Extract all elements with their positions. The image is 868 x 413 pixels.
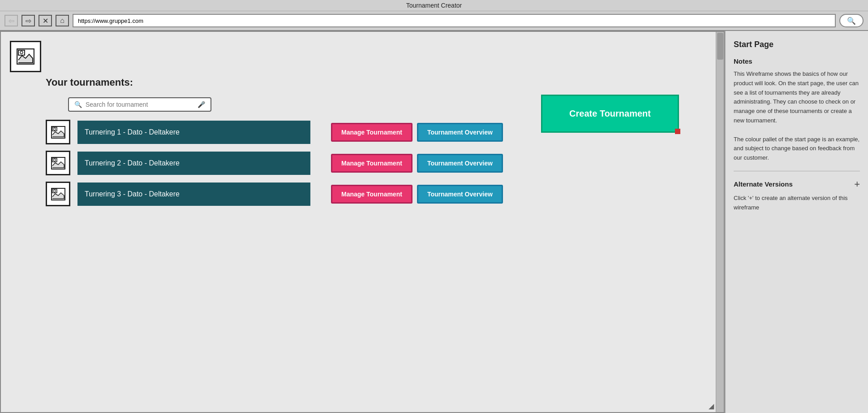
scrollbar-thumb[interactable] — [717, 33, 723, 60]
tournament-name-bar: Turnering 3 - Dato - Deltakere — [77, 183, 310, 206]
thumbnail-image-icon — [51, 126, 65, 139]
tournament-name-bar: Turnering 2 - Dato - Deltakere — [77, 152, 310, 175]
manage-tournament-button[interactable]: Manage Tournament — [331, 154, 413, 173]
notes-label: Notes — [734, 57, 860, 65]
search-icon: 🔍 — [74, 101, 82, 108]
thumbnail-image-icon — [51, 188, 65, 200]
add-version-button[interactable]: + — [854, 179, 860, 189]
overview-label: Tournament Overview — [427, 160, 493, 167]
tournament-overview-button[interactable]: Tournament Overview — [417, 154, 503, 173]
manage-label: Manage Tournament — [341, 160, 402, 167]
logo-image-icon — [17, 48, 34, 65]
tournament-list: Turnering 1 - Dato - Deltakere Manage To… — [46, 120, 688, 206]
resize-corner: ◢ — [709, 402, 714, 410]
tournament-thumbnail — [46, 120, 70, 144]
manage-label: Manage Tournament — [341, 191, 402, 198]
manage-tournament-button[interactable]: Manage Tournament — [331, 185, 413, 204]
alt-versions-text: Click '+' to create an alternate version… — [734, 194, 860, 213]
thumbnail-image-icon — [51, 157, 65, 170]
home-button[interactable]: ⌂ — [56, 15, 69, 26]
tournament-name: Turnering 3 - Dato - Deltakere — [85, 190, 180, 198]
overview-label: Tournament Overview — [427, 129, 493, 136]
logo-box — [10, 41, 41, 72]
table-row: Turnering 1 - Dato - Deltakere Manage To… — [46, 120, 688, 144]
title-bar: Tournament Creator — [0, 0, 868, 11]
sidebar-title: Start Page — [734, 40, 860, 49]
browser-bar: ⇦ ⇨ ✕ ⌂ 🔍 — [0, 11, 868, 31]
section-title: Your tournaments: — [46, 77, 688, 88]
alt-versions-header: Alternate Versions + — [734, 179, 860, 189]
browser-search-button[interactable]: 🔍 — [839, 14, 864, 27]
tournament-overview-button[interactable]: Tournament Overview — [417, 185, 503, 204]
forward-button[interactable]: ⇨ — [21, 15, 35, 26]
tournament-name: Turnering 2 - Dato - Deltakere — [85, 159, 180, 167]
table-row: Turnering 2 - Dato - Deltakere Manage To… — [46, 151, 688, 175]
notes-text: This Wireframe shows the basics of how o… — [734, 70, 860, 163]
tournament-actions: Manage Tournament Tournament Overview — [331, 185, 503, 204]
tournament-thumbnail — [46, 182, 70, 206]
app-title: Tournament Creator — [406, 2, 462, 9]
magnifier-icon: 🔍 — [847, 17, 856, 25]
manage-tournament-button[interactable]: Manage Tournament — [331, 123, 413, 142]
sidebar: Start Page Notes This Wireframe shows th… — [725, 31, 868, 413]
tournament-overview-button[interactable]: Tournament Overview — [417, 123, 503, 142]
scrollbar[interactable] — [716, 32, 724, 412]
content-area: Create Tournament Your tournaments: 🔍 🎤 — [0, 31, 725, 413]
manage-label: Manage Tournament — [341, 129, 402, 136]
tournaments-section: Your tournaments: 🔍 🎤 — [46, 77, 688, 206]
microphone-icon: 🎤 — [198, 101, 205, 108]
alt-versions-label: Alternate Versions — [734, 180, 793, 188]
tournament-name-bar: Turnering 1 - Dato - Deltakere — [77, 121, 310, 144]
tournament-actions: Manage Tournament Tournament Overview — [331, 154, 503, 173]
sidebar-divider — [734, 171, 860, 171]
url-input[interactable] — [73, 14, 836, 27]
overview-label: Tournament Overview — [427, 191, 493, 198]
search-input[interactable] — [86, 101, 194, 108]
search-container: 🔍 🎤 — [68, 97, 211, 112]
close-button[interactable]: ✕ — [39, 15, 52, 26]
table-row: Turnering 3 - Dato - Deltakere Manage To… — [46, 182, 688, 206]
back-button[interactable]: ⇦ — [4, 15, 18, 26]
tournament-name: Turnering 1 - Dato - Deltakere — [85, 128, 180, 136]
tournament-thumbnail — [46, 151, 70, 175]
tournament-actions: Manage Tournament Tournament Overview — [331, 123, 503, 142]
